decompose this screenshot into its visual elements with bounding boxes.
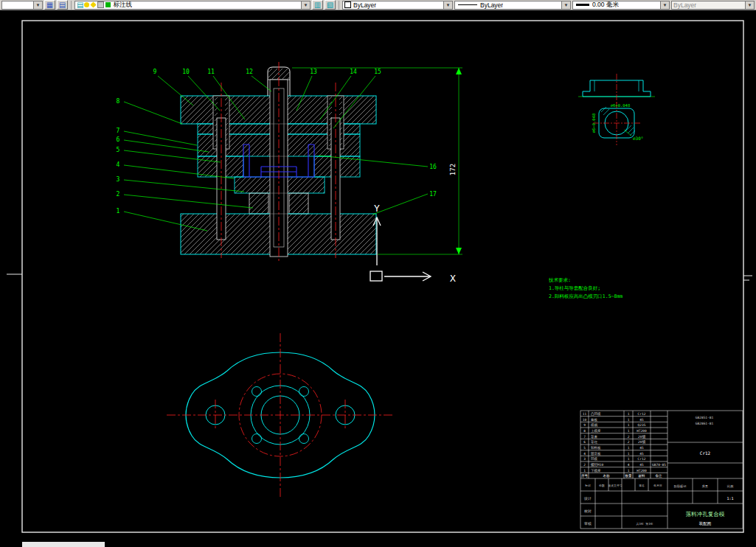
svg-text:更改文件号: 更改文件号 [608, 484, 623, 487]
svg-text:1: 1 [628, 469, 630, 473]
chevron-down-icon[interactable]: ▼ [561, 1, 570, 9]
linetype-value: ByLayer [480, 1, 503, 9]
sheet-stack-icon: ▤ [77, 1, 83, 9]
layer-on-bulb-icon[interactable] [84, 2, 89, 7]
chevron-down-icon[interactable]: ▼ [301, 1, 310, 9]
command-line-edge [22, 542, 105, 547]
svg-text:45: 45 [639, 452, 644, 456]
table-row: 5卸料板145 [583, 446, 644, 450]
svg-text:6: 6 [583, 440, 586, 444]
svg-text:数量: 数量 [625, 474, 633, 478]
color-swatch-icon [344, 1, 351, 8]
revision-row: 标记 处数 更改文件号 签名 年月日 [584, 484, 662, 487]
svg-text:8: 8 [583, 429, 586, 433]
named-view-combo[interactable]: ▼ [1, 1, 43, 10]
svg-text:1: 1 [628, 412, 630, 416]
layer-color-swatch[interactable] [105, 2, 111, 7]
svg-text:导套: 导套 [591, 435, 598, 439]
callout-label: 12 [246, 69, 253, 75]
callout-label: 4 [117, 161, 120, 168]
svg-text:Q235: Q235 [638, 423, 646, 427]
cad-application-window: ▼ ▦ ▤ ▤ 标注线 ▼ ▥ ▧ ByLayer ▼ ByLayer ▼ [0, 0, 756, 547]
lineweight-value: 0.00 毫米 [592, 1, 619, 10]
linetype-preview-icon [458, 4, 477, 5]
callout-label: 16 [429, 164, 437, 170]
svg-text:9: 9 [583, 423, 586, 427]
callout-label: 5 [117, 147, 120, 153]
svg-text:比例: 比例 [727, 484, 733, 489]
model-space-canvas[interactable]: 9 10 11 12 13 14 15 8 7 6 5 4 3 2 1 16 1… [0, 10, 756, 543]
make-object-layer-current-button[interactable]: ▥ [312, 0, 323, 10]
svg-text:备注: 备注 [656, 474, 663, 478]
ucs-x-label: X [450, 273, 456, 284]
table-row: 3凹模1Cr12 [583, 457, 646, 461]
chevron-down-icon[interactable]: ▼ [33, 1, 42, 9]
svg-text:20钢: 20钢 [638, 434, 645, 439]
callout-label: 8 [117, 98, 120, 105]
svg-text:1: 1 [583, 469, 586, 473]
svg-text:序号: 序号 [581, 474, 589, 478]
svg-text:凹模: 凹模 [591, 457, 598, 461]
plan-centerlines [167, 333, 394, 497]
svg-text:45: 45 [639, 446, 644, 450]
svg-text:导柱: 导柱 [591, 440, 598, 444]
material-cell: Cr12 [700, 450, 711, 456]
svg-text:4: 4 [628, 463, 630, 467]
layer-combo[interactable]: ▤ 标注线 ▼ [74, 1, 311, 10]
callout-label: 6 [117, 136, 120, 143]
svg-text:20钢: 20钢 [638, 439, 645, 444]
svg-text:上模座: 上模座 [591, 429, 601, 433]
toolbar-separator [71, 1, 72, 10]
table-row: 9模柄1Q235 [583, 423, 646, 428]
svg-text:HT200: HT200 [637, 429, 647, 433]
svg-text:标记: 标记 [584, 484, 591, 487]
table-row: 11凸凹模1Cr12 [583, 412, 646, 416]
detail-dimension: ⌀6+0.048 [592, 114, 596, 133]
svg-text:垫板: 垫板 [591, 418, 598, 422]
svg-text:质量: 质量 [702, 484, 708, 488]
callout-label: 3 [117, 176, 120, 183]
scale-cells: 阶段标记 质量 比例 1:1 [674, 484, 734, 501]
svg-text:校对: 校对 [583, 509, 592, 513]
plan-view[interactable] [167, 333, 394, 497]
svg-text:审核: 审核 [584, 521, 592, 526]
lineweight-combo[interactable]: 0.00 毫米 ▼ [572, 1, 670, 10]
svg-text:1: 1 [628, 457, 630, 461]
plot-style-combo: ByLayer ▼ [671, 1, 755, 10]
lineweight-preview-icon [576, 4, 589, 6]
svg-text:GB2851-81: GB2851-81 [696, 416, 714, 419]
svg-text:1: 1 [628, 446, 630, 450]
chevron-down-icon: ▼ [745, 1, 754, 9]
sheet-arrow-icon: ▥ [314, 1, 321, 9]
table-row: 6导柱220钢 [583, 439, 645, 444]
bom-rows: 11凸凹模1Cr12 10垫板145 9模柄1Q235 8上模座1HT200 7… [583, 412, 666, 473]
chevron-down-icon[interactable]: ▼ [443, 1, 452, 9]
signature-rows: 设计 校对 审核 共1张 第1张 [583, 496, 653, 526]
svg-text:3: 3 [583, 457, 586, 461]
sheet-icon: ▤ [59, 1, 66, 9]
callout-label: 13 [310, 69, 317, 75]
drawing-subtitle: 装配图 [699, 521, 712, 526]
linetype-combo[interactable]: ByLayer ▼ [454, 1, 571, 10]
layer-previous-button[interactable]: ▧ [325, 0, 336, 10]
svg-text:11: 11 [583, 412, 587, 416]
chevron-down-icon[interactable]: ▼ [660, 1, 669, 9]
svg-text:固定板: 固定板 [591, 452, 601, 456]
svg-text:Cr12: Cr12 [638, 412, 646, 416]
svg-text:1: 1 [628, 429, 630, 433]
svg-text:5: 5 [583, 446, 586, 450]
layers-dialog-button[interactable]: ▦ [44, 0, 55, 10]
layer-lock-icon[interactable] [97, 1, 104, 8]
svg-text:年月日: 年月日 [653, 484, 662, 487]
layer-name: 标注线 [113, 1, 132, 10]
notes-line: 1.导柱与导套配合良好; [549, 285, 600, 291]
color-combo[interactable]: ByLayer ▼ [342, 1, 453, 10]
section-view[interactable] [181, 62, 376, 261]
svg-text:HT200: HT200 [637, 469, 647, 473]
technical-notes: 技术要求: 1.导柱与导套配合良好; 2.卸料板应高出凸模刃口1.5~8mm [548, 277, 623, 299]
callout-label: 2 [117, 191, 120, 198]
layer-freeze-sun-icon[interactable] [91, 1, 97, 7]
layer-states-button[interactable]: ▤ [57, 0, 68, 10]
svg-text:1: 1 [628, 452, 630, 456]
svg-text:阶段标记: 阶段标记 [674, 484, 687, 489]
